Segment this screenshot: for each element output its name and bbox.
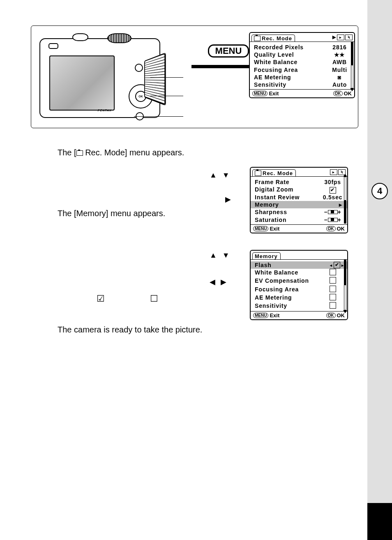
lcd1-body: Recorded Pixels2816 Quality Level★★ Whit… bbox=[250, 42, 354, 89]
callout-line-3 bbox=[134, 116, 183, 117]
lcd2-row1-val: ✔ bbox=[321, 186, 344, 194]
lcd3-title: Memory bbox=[255, 253, 278, 259]
lcd1-title: Rec. Mode bbox=[262, 35, 292, 42]
lcd1-ok-label: OK bbox=[344, 90, 352, 97]
lcd2-row4-label: Sharpness bbox=[255, 208, 321, 216]
camera-icon bbox=[254, 36, 261, 41]
lcd1-footer: MENU Exit OK OK bbox=[250, 89, 354, 97]
play-icon: ▸ bbox=[337, 35, 344, 40]
box-icon bbox=[330, 294, 336, 300]
slider-icon: −+ bbox=[324, 208, 341, 216]
lcd1-row5-val: Auto bbox=[328, 81, 351, 88]
check-icon: ✔ bbox=[330, 187, 336, 194]
lcd1-row1-val: ★★ bbox=[328, 51, 351, 58]
lcd2-tab: Rec. Mode bbox=[252, 169, 296, 176]
lcd1-tab-icons: ▶ ▸ Ϟ bbox=[332, 35, 353, 40]
lcd2-row1-label: Digital Zoom bbox=[255, 186, 321, 194]
lcd2-row4-val: −+ bbox=[321, 208, 344, 216]
lcd2-scrollbar bbox=[344, 177, 346, 224]
lcd1-row4-val: ◙ bbox=[328, 74, 351, 81]
box-icon bbox=[330, 277, 336, 284]
text-line-1: The [ Rec. Mode] menu appears. bbox=[58, 146, 184, 159]
lcd2-row3-label: Memory bbox=[255, 201, 320, 208]
callout-line-2 bbox=[150, 96, 183, 96]
lcd-screen-1: Rec. Mode ▶ ▸ Ϟ Recorded Pixels2816 Qual… bbox=[249, 32, 355, 98]
camera-brand-label: PENTAX bbox=[97, 109, 112, 112]
slider-icon: −+ bbox=[324, 216, 341, 224]
lcd3-footer: MENU Exit OK OK bbox=[251, 311, 347, 319]
box-icon bbox=[330, 286, 336, 292]
lcd2-exit-label: Exit bbox=[270, 226, 279, 232]
lcd1-row4-label: AE Metering bbox=[254, 74, 328, 81]
lcd1-row0-label: Recorded Pixels bbox=[254, 44, 328, 51]
lcd2-header: Rec. Mode ▸ Ϟ bbox=[251, 168, 347, 177]
lcd1-row2-val: AWB bbox=[328, 58, 351, 66]
lcd3-row0-label: Flash bbox=[255, 261, 321, 269]
lcd-screen-2: Rec. Mode ▸ Ϟ Frame Rate30fps Digital Zo… bbox=[250, 167, 348, 233]
lcd2-row5-val: −+ bbox=[321, 216, 344, 224]
right-arrow-1: ▶ bbox=[225, 195, 233, 204]
lcd1-header: Rec. Mode ▶ ▸ Ϟ bbox=[250, 33, 354, 42]
lcd3-ok-btn: OK bbox=[326, 313, 336, 318]
lcd3-scrollbar bbox=[344, 260, 346, 310]
lcd-screen-3: Memory Flash◂✔▸ White Balance EV Compens… bbox=[250, 250, 348, 320]
camera-icon-inline bbox=[76, 150, 83, 156]
camera-zoom-dial bbox=[107, 33, 131, 43]
top-illustration-box: PENTAX OK MENU Rec. Mode ▶ ▸ Ϟ bbox=[31, 25, 358, 128]
lcd3-row2-label: EV Compensation bbox=[255, 277, 321, 285]
inline-checked-icon: ☑ bbox=[97, 292, 105, 305]
camera-shutter bbox=[72, 33, 88, 41]
lcd2-ok-btn: OK bbox=[326, 226, 336, 231]
lcd2-row2-label: Instant Review bbox=[255, 194, 321, 201]
lcd1-row0-val: 2816 bbox=[328, 44, 351, 51]
lcd1-row1-label: Quality Level bbox=[254, 51, 328, 58]
lcd2-row0-label: Frame Rate bbox=[255, 178, 321, 186]
lcd2-title: Rec. Mode bbox=[263, 170, 293, 176]
play-icon: ▸ bbox=[330, 169, 337, 175]
lcd1-exit-label: Exit bbox=[269, 90, 279, 97]
lcd2-body: Frame Rate30fps Digital Zoom✔ Instant Re… bbox=[251, 177, 347, 224]
camera-port-flap bbox=[144, 52, 166, 106]
camera-body: PENTAX OK bbox=[39, 38, 160, 118]
lcd3-row3-label: Focusing Area bbox=[255, 286, 321, 294]
lcd2-menu-btn: MENU bbox=[253, 226, 268, 231]
lcd3-row5-val bbox=[321, 302, 344, 310]
lcd1-tab: Rec. Mode bbox=[251, 35, 295, 42]
lcd3-ok-label: OK bbox=[337, 312, 345, 318]
lcd1-row3-val: Multi bbox=[328, 66, 351, 74]
lcd1-row2-label: White Balance bbox=[254, 58, 328, 66]
up-down-arrows-1: ▲ ▼ bbox=[210, 171, 231, 180]
left-right-arrows: ◀ ▶ bbox=[210, 277, 228, 286]
box-icon bbox=[330, 269, 336, 275]
lcd3-row0-val: ◂✔▸ bbox=[321, 261, 344, 269]
lcd2-row0-val: 30fps bbox=[321, 178, 344, 186]
camera-lcd bbox=[49, 55, 115, 111]
check-icon: ✔ bbox=[334, 262, 340, 268]
lcd2-ok-label: OK bbox=[337, 226, 345, 232]
text-line-3: The camera is ready to take the picture. bbox=[58, 323, 202, 336]
lcd1-row5-label: Sensitivity bbox=[254, 81, 328, 88]
lcd3-row1-label: White Balance bbox=[255, 269, 321, 277]
lcd3-tab: Memory bbox=[252, 252, 281, 259]
lcd2-footer: MENU Exit OK OK bbox=[251, 224, 347, 233]
text-line-2: The [Memory] menu appears. bbox=[58, 207, 165, 219]
lcd1-menu-btn: MENU bbox=[252, 91, 267, 96]
lcd3-row4-val bbox=[321, 294, 344, 302]
lcd3-menu-btn: MENU bbox=[253, 313, 268, 318]
camera-sketch: PENTAX OK bbox=[35, 30, 167, 120]
lcd1-ok-btn: OK bbox=[333, 91, 343, 96]
up-down-arrows-2: ▲ ▼ bbox=[210, 251, 231, 260]
lcd3-row2-val bbox=[321, 277, 344, 285]
page-bottom-tab bbox=[367, 503, 392, 540]
lcd3-row4-label: AE Metering bbox=[255, 294, 321, 302]
inline-unchecked-icon: ☐ bbox=[150, 292, 158, 305]
section-badge: 4 bbox=[371, 183, 388, 199]
box-icon bbox=[330, 302, 336, 309]
lcd2-row3-val: ▸ bbox=[320, 201, 344, 208]
lcd3-body: Flash◂✔▸ White Balance EV Compensation F… bbox=[251, 260, 347, 311]
arrow-right-icon bbox=[191, 65, 253, 68]
lcd2-row5-label: Saturation bbox=[255, 216, 321, 224]
camera-small-button bbox=[48, 43, 58, 49]
lcd2-row2-val: 0.5sec bbox=[321, 194, 344, 201]
lcd3-row3-val bbox=[321, 286, 344, 294]
